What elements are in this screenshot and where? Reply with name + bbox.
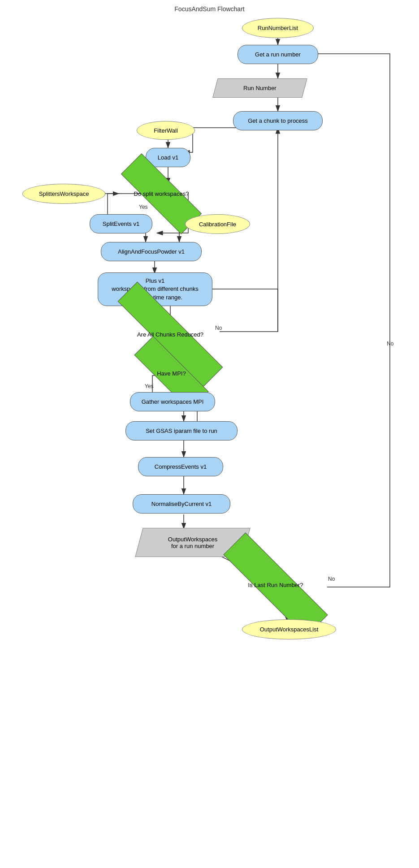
node-output-workspaces-list: OutputWorkspacesList [242,619,336,639]
node-gather-mpi: Gather workspaces MPI [130,392,215,411]
node-run-number: Run Number [212,78,307,98]
node-align-focus: AlignAndFocusPowder v1 [101,242,202,261]
node-split-events: SplitEvents v1 [90,214,152,233]
node-filter-wall: FilterWall [137,121,195,140]
node-is-last-run: Is Last Run Number? [217,569,334,600]
node-get-run-number: Get a run number [238,45,318,64]
node-calibration-file: CalibrationFile [185,214,250,234]
node-normalise-by-current: NormaliseByCurrent v1 [133,494,230,514]
flowchart: FocusAndSum Flowchart [0,0,419,868]
node-compress-events: CompressEvents v1 [138,457,223,476]
node-get-chunk: Get a chunk to process [233,111,323,130]
node-have-mpi: Have MPI? [132,360,211,387]
chart-title: FocusAndSum Flowchart [0,5,419,13]
node-run-number-list: RunNumberList [242,18,314,38]
node-are-all-chunks: Are All Chunks Reduced? [110,320,231,348]
node-splitters-workspace: SplittersWorkspace [22,184,105,204]
node-do-split: Do split workspaces? [119,179,204,208]
node-set-gsas: Set GSAS iparam file to run [125,421,238,440]
label-no-right: No [387,341,393,347]
